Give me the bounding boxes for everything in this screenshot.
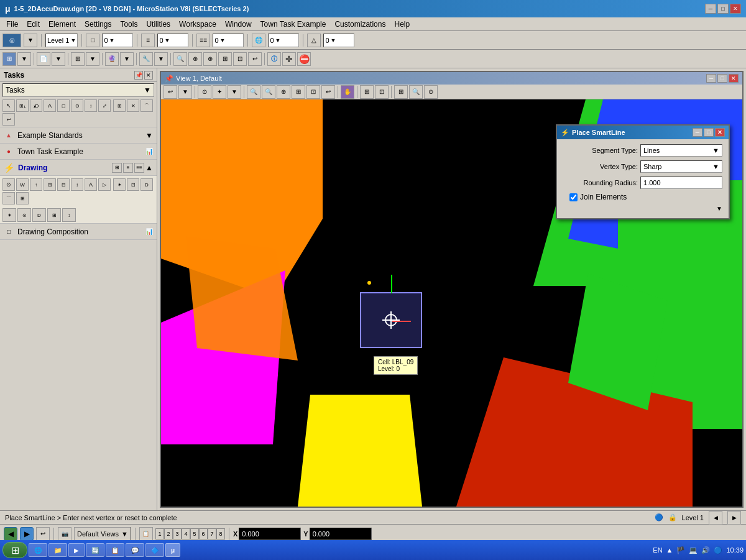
field5-dropdown[interactable]: 0▼: [323, 34, 354, 47]
vt-btn10[interactable]: ⊞: [360, 85, 374, 99]
x-value-field[interactable]: 0.000: [239, 528, 301, 540]
nav-7[interactable]: 7: [208, 528, 216, 539]
drawing-tool2[interactable]: W: [16, 178, 29, 191]
nav-8[interactable]: 8: [216, 528, 225, 539]
menu-file[interactable]: File: [2, 19, 22, 30]
vt-zoom-win[interactable]: ⊕: [277, 85, 290, 99]
vt-zoom-all[interactable]: ✦: [213, 85, 226, 99]
toolbar2-btn2b[interactable]: ▼: [52, 52, 65, 66]
camera-icon[interactable]: 📷: [58, 527, 71, 541]
accudraw-toggle[interactable]: ⊞: [2, 52, 16, 66]
toolbar2-btn7[interactable]: ⊡: [233, 52, 247, 66]
tool7[interactable]: ⤢: [98, 99, 111, 112]
vt-btn4[interactable]: ▼: [228, 85, 241, 99]
drawing-tool10[interactable]: ⊡: [127, 178, 139, 191]
close-button[interactable]: ✕: [730, 4, 741, 14]
nav-back-btn[interactable]: ◀: [4, 527, 17, 541]
taskbar-btn-ie[interactable]: 🌐: [29, 543, 47, 557]
drawing-tool11[interactable]: D: [140, 178, 153, 191]
stop-btn[interactable]: ⛔: [297, 52, 311, 66]
drawing-composition-section[interactable]: □ Drawing Composition 📊: [0, 224, 157, 240]
rounding-radius-input[interactable]: 1.000: [640, 177, 722, 189]
toolbar2-btn1[interactable]: ▼: [17, 52, 31, 66]
undo-btn[interactable]: ↩: [248, 52, 262, 66]
menu-utilities[interactable]: Utilities: [142, 19, 174, 30]
drawing-tool4[interactable]: ⊞: [44, 178, 56, 191]
tasks-pin-btn[interactable]: 📌: [134, 71, 143, 80]
taskbar-btn-media[interactable]: ▶: [68, 543, 85, 557]
drawing-tool8[interactable]: ▷: [98, 178, 111, 191]
nav-6[interactable]: 6: [199, 528, 208, 539]
scroll-down-icon[interactable]: ▼: [716, 205, 722, 212]
info-btn[interactable]: ⓘ: [267, 52, 281, 66]
town-task-example-section[interactable]: ● Town Task Example 📊: [0, 144, 157, 160]
nav-2[interactable]: 2: [164, 528, 173, 539]
menu-workspace[interactable]: Workspace: [175, 19, 220, 30]
vt-btn1[interactable]: ↩: [163, 85, 177, 99]
taskbar-btn-chat[interactable]: 💬: [126, 543, 144, 557]
view-close-btn[interactable]: ✕: [729, 74, 739, 83]
field1-dropdown[interactable]: 0▼: [102, 34, 133, 47]
tasks-dropdown[interactable]: Tasks ▼: [2, 83, 154, 97]
field4-dropdown[interactable]: 0▼: [268, 34, 299, 47]
drawing-detail-view[interactable]: ≡≡: [134, 163, 144, 173]
menu-tools[interactable]: Tools: [116, 19, 141, 30]
dialog-max-btn[interactable]: □: [704, 128, 714, 137]
drawing-tool14[interactable]: ✶: [2, 208, 16, 222]
field3-dropdown[interactable]: 0▼: [213, 34, 244, 47]
taskbar-btn-microstation[interactable]: μ: [165, 543, 180, 557]
zoom-btn2[interactable]: ⊕: [203, 52, 217, 66]
drawing-tool6[interactable]: ↕: [71, 178, 83, 191]
status-btn2[interactable]: ▶: [727, 511, 741, 525]
toolbar2-btn3[interactable]: ⊞: [71, 52, 85, 66]
join-elements-checkbox[interactable]: [569, 193, 578, 201]
taskbar-btn-sync[interactable]: 🔄: [86, 543, 104, 557]
toolbar2-btn4b[interactable]: ▼: [120, 52, 134, 66]
drawing-tool18[interactable]: ↕: [62, 208, 76, 222]
rect-btn[interactable]: □: [86, 34, 99, 47]
vertex-type-select[interactable]: Sharp ▼: [640, 160, 722, 173]
example-standards-section[interactable]: ▲ Example Standards ▼: [0, 127, 157, 144]
menu-customizations[interactable]: Customizations: [331, 19, 389, 30]
taskbar-btn-tasks[interactable]: 📋: [106, 543, 124, 557]
vt-hand[interactable]: ✋: [341, 85, 354, 99]
vt-btn12[interactable]: ⊞: [394, 85, 408, 99]
shape-btn[interactable]: △: [307, 34, 321, 47]
tool8[interactable]: ⊞: [113, 99, 126, 112]
vt-btn2[interactable]: ▼: [178, 85, 192, 99]
view-max-btn[interactable]: □: [717, 74, 727, 83]
vt-zoom-in[interactable]: 🔍: [247, 85, 260, 99]
tool11[interactable]: ↩: [2, 113, 15, 126]
place-cell-tool[interactable]: ◻: [57, 99, 70, 112]
menu-element[interactable]: Element: [45, 19, 80, 30]
place-text-tool[interactable]: A: [44, 99, 56, 112]
drawing-text-tool[interactable]: A: [85, 178, 97, 191]
tool6[interactable]: ↕: [85, 99, 97, 112]
drawing-tool9[interactable]: ✶: [113, 178, 126, 191]
drawing-tool13[interactable]: ⊞: [16, 192, 29, 204]
zoom-btn[interactable]: ⊕: [188, 52, 202, 66]
segment-type-select[interactable]: Lines ▼: [640, 144, 722, 157]
toolbar2-btn5b[interactable]: ▼: [154, 52, 168, 66]
start-button[interactable]: ⊞: [2, 542, 27, 558]
nav-3[interactable]: 3: [173, 528, 182, 539]
nav-forward-btn[interactable]: ▶: [20, 527, 34, 541]
toolbar2-btn2[interactable]: 📄: [37, 52, 50, 66]
drawing-tool3[interactable]: ↑: [30, 178, 42, 191]
dialog-min-btn[interactable]: ─: [693, 128, 702, 137]
drawing-tool17[interactable]: ⊞: [47, 208, 61, 222]
drawing-tool1[interactable]: ⊙: [2, 178, 15, 191]
globe-btn[interactable]: 🌐: [252, 34, 265, 47]
clipboard-btn[interactable]: 📋: [139, 527, 153, 541]
vt-btn11[interactable]: ⊡: [375, 85, 389, 99]
lines-btn[interactable]: ≡≡: [196, 34, 210, 47]
undo-nav-btn[interactable]: ↩: [36, 527, 50, 541]
vt-update[interactable]: ⊙: [198, 85, 211, 99]
cross-btn[interactable]: ✛: [282, 52, 296, 66]
menu-help[interactable]: Help: [390, 19, 413, 30]
vt-fit[interactable]: ⊞: [292, 85, 305, 99]
nav-4[interactable]: 4: [182, 528, 190, 539]
drawing-grid-view[interactable]: ⊞: [112, 163, 122, 173]
tool9[interactable]: ✕: [127, 99, 139, 112]
drawing-header[interactable]: ⚡ Drawing ⊞ ≡ ≡≡ ▲: [0, 160, 157, 176]
